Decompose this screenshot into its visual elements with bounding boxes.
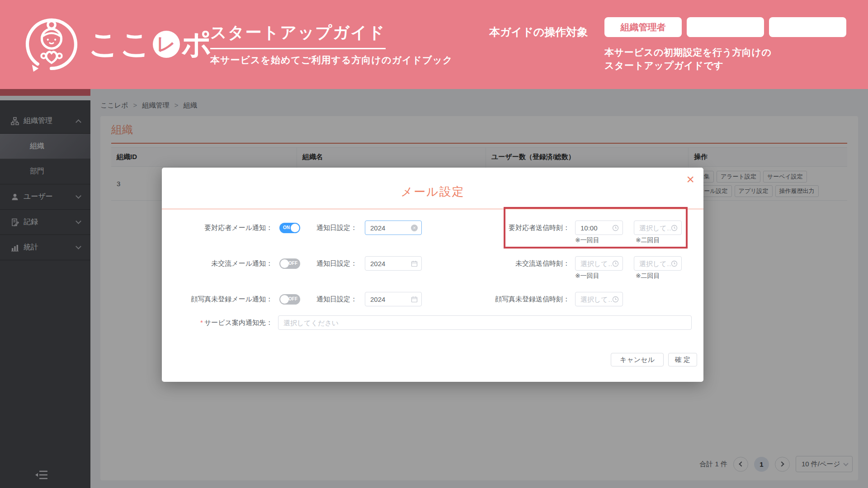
app-header: ここ レ ポ スタートアップガイド 本サービスを始めてご利用する方向けのガイドブ… xyxy=(0,0,868,89)
no-photo-time1-input[interactable] xyxy=(580,296,612,303)
mail-settings-modal: × メール設定 要対応者メール通知： ON 通知日設定： × 要対応者送信時刻： xyxy=(162,168,703,382)
label-notify-date-3: 通知日設定： xyxy=(300,295,357,304)
logo-text: ここ レ ポ xyxy=(89,24,213,65)
label-no-exchange-send-time: 未交流送信時刻： xyxy=(429,259,570,268)
clock-icon xyxy=(671,260,678,267)
logo-girl-icon xyxy=(18,11,85,78)
no-photo-mail-toggle[interactable]: OFF xyxy=(279,294,300,305)
attention-time1-input[interactable] xyxy=(580,224,612,232)
label-no-photo-send-time: 顔写真未登録送信時刻： xyxy=(429,295,570,304)
service-info-recipient-input-wrap xyxy=(278,315,692,330)
attention-time1-input-wrap xyxy=(575,221,623,235)
toggle-knob xyxy=(291,224,299,232)
label-attention-mail-notify: 要対応者メール通知： xyxy=(162,224,273,232)
cancel-button[interactable]: キャンセル xyxy=(611,353,664,366)
audience-description-line2: スタートアップガイドです xyxy=(604,59,771,72)
toggle-knob xyxy=(280,259,289,268)
label-service-info-recipient: *サービス案内通知先： xyxy=(162,319,273,327)
no-exchange-date-input-wrap xyxy=(365,256,422,271)
logo-text-1: ここ xyxy=(89,24,151,65)
label-notify-date-2: 通知日設定： xyxy=(300,259,357,268)
audience-description: 本サービスの初期設定を行う方向けの スタートアップガイドです xyxy=(604,46,771,72)
note-first-time: ※一回目 xyxy=(575,272,634,280)
audience-description-line1: 本サービスの初期設定を行う方向けの xyxy=(604,46,771,59)
no-exchange-time1-input-wrap xyxy=(575,256,623,271)
audience-button-3[interactable] xyxy=(769,17,846,37)
logo-text-2: ポ xyxy=(181,24,213,65)
clock-icon xyxy=(612,225,619,231)
no-exchange-time1-input[interactable] xyxy=(580,260,612,267)
toggle-on-text: ON xyxy=(283,225,290,230)
audience-label: 本ガイドの操作対象 xyxy=(489,25,588,39)
note-second-time: ※二回目 xyxy=(636,272,660,279)
attention-date-input[interactable] xyxy=(370,224,411,232)
attention-mail-toggle[interactable]: ON xyxy=(279,223,300,233)
clock-icon xyxy=(612,296,619,303)
label-attention-send-time: 要対応者送信時刻： xyxy=(429,224,570,232)
label-no-photo-mail-notify: 顔写真未登録メール通知： xyxy=(162,295,273,304)
required-mark: * xyxy=(200,319,203,326)
clock-icon xyxy=(612,260,619,267)
attention-time2-input[interactable] xyxy=(639,224,671,232)
attention-time2-input-wrap xyxy=(634,221,682,235)
logo: ここ レ ポ xyxy=(18,11,213,78)
guide-title: スタートアップガイド xyxy=(210,22,386,49)
no-exchange-time2-input[interactable] xyxy=(639,260,671,267)
guide-subtitle: 本サービスを始めてご利用する方向けのガイドブック xyxy=(210,54,453,66)
toggle-knob xyxy=(280,295,289,304)
no-photo-time1-input-wrap xyxy=(575,292,623,306)
no-exchange-date-input[interactable] xyxy=(370,260,411,267)
no-exchange-mail-toggle[interactable]: OFF xyxy=(279,258,300,269)
label-no-exchange-mail-notify: 未交流メール通知： xyxy=(162,259,273,268)
clear-icon[interactable]: × xyxy=(411,225,418,231)
close-icon[interactable]: × xyxy=(686,171,694,188)
audience-button-org-admin[interactable]: 組織管理者 xyxy=(604,17,682,37)
audience-buttons: 組織管理者 xyxy=(604,17,846,37)
calendar-icon xyxy=(411,296,418,303)
modal-title: メール設定 xyxy=(162,184,703,200)
no-exchange-time2-input-wrap xyxy=(634,256,682,271)
no-photo-date-input-wrap xyxy=(365,292,422,306)
toggle-off-text: OFF xyxy=(288,261,297,266)
note-first-time: ※一回目 xyxy=(575,236,634,244)
attention-date-input-wrap: × xyxy=(365,221,422,235)
confirm-button[interactable]: 確 定 xyxy=(668,353,697,366)
note-second-time: ※二回目 xyxy=(636,236,660,244)
toggle-off-text: OFF xyxy=(288,296,297,301)
audience-button-2[interactable] xyxy=(687,17,764,37)
label-notify-date-1: 通知日設定： xyxy=(300,224,357,232)
no-photo-date-input[interactable] xyxy=(370,296,411,303)
service-info-recipient-input[interactable] xyxy=(283,319,688,327)
clock-icon xyxy=(671,225,678,231)
logo-circle-char: レ xyxy=(153,31,180,58)
calendar-icon xyxy=(411,260,418,267)
